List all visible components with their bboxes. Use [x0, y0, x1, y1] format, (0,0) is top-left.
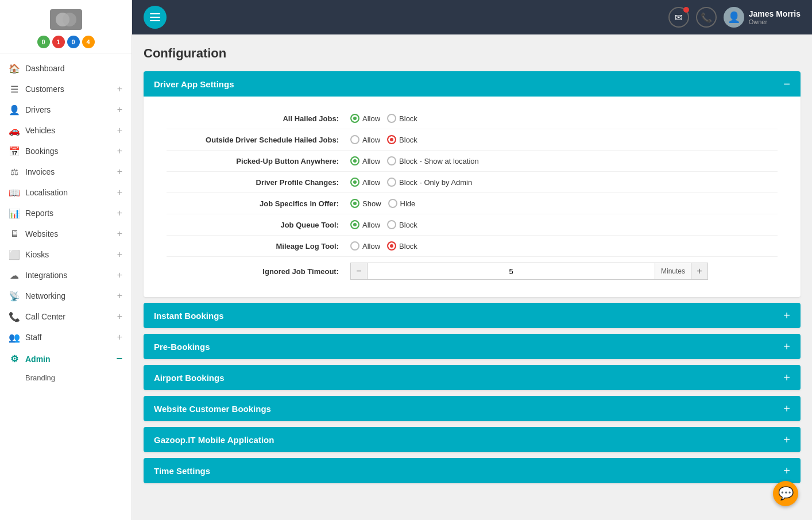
timeout-input[interactable] — [368, 263, 655, 280]
mileage-log-options: Allow Block — [350, 241, 417, 251]
expand-icon: + — [117, 105, 122, 115]
sidebar-item-admin[interactable]: ⚙ Admin − — [0, 348, 132, 370]
instant-bookings-header[interactable]: Instant Bookings + — [144, 303, 801, 328]
kiosk-icon: ⬜ — [9, 249, 20, 260]
block-radio[interactable]: Block — [387, 114, 417, 123]
pickup-button-options: Allow Block - Show at location — [350, 156, 479, 165]
sidebar-item-websites[interactable]: 🖥 Websites + — [0, 224, 132, 244]
sidebar-item-reports[interactable]: 📊 Reports + — [0, 203, 132, 224]
invoice-icon: ⚖ — [9, 167, 20, 177]
block-radio[interactable]: Block — [387, 220, 417, 229]
radio-circle-block — [387, 241, 396, 251]
sidebar-item-label: Invoices — [25, 167, 55, 176]
sidebar-item-drivers[interactable]: 👤 Drivers + — [0, 99, 132, 120]
pre-bookings-title: Pre-Bookings — [154, 342, 210, 352]
phone-button[interactable]: 📞 — [696, 7, 717, 28]
expand-icon: + — [117, 249, 122, 260]
ignored-timeout-options: − Minutes + — [350, 263, 708, 280]
hide-label: Hide — [400, 199, 416, 208]
driver-app-settings-title: Driver App Settings — [154, 79, 234, 89]
airport-bookings-card: Airport Bookings + — [144, 365, 801, 390]
sidebar-item-staff[interactable]: 👥 Staff + — [0, 327, 132, 348]
user-info: 👤 James Morris Owner — [724, 7, 801, 28]
cloud-icon: ☁ — [9, 270, 20, 280]
sidebar-item-invoices[interactable]: ⚖ Invoices + — [0, 161, 132, 182]
setting-profile-changes: Driver Profile Changes: Allow Block - On… — [167, 172, 778, 193]
allow-label: Allow — [362, 221, 380, 229]
time-settings-header[interactable]: Time Settings + — [144, 458, 801, 483]
airport-bookings-title: Airport Bookings — [154, 373, 225, 383]
expand-icon: + — [117, 332, 122, 342]
allow-radio[interactable]: Allow — [350, 220, 380, 229]
sidebar-item-kiosks[interactable]: ⬜ Kiosks + — [0, 244, 132, 265]
sidebar-item-customers[interactable]: ☰ Customers + — [0, 79, 132, 99]
pre-bookings-header[interactable]: Pre-Bookings + — [144, 334, 801, 359]
expand-icon: + — [117, 311, 122, 322]
block-radio[interactable]: Block — [387, 241, 417, 251]
sidebar-item-label: Customers — [25, 84, 64, 94]
sidebar-item-vehicles[interactable]: 🚗 Vehicles + — [0, 120, 132, 141]
airport-bookings-header[interactable]: Airport Bookings + — [144, 365, 801, 390]
expand-toggle-icon: + — [783, 465, 790, 476]
block-radio[interactable]: Block — [387, 135, 417, 144]
radio-circle-allow — [350, 135, 359, 144]
chat-bubble-button[interactable]: 💬 — [773, 481, 798, 506]
allow-radio[interactable]: Allow — [350, 135, 380, 144]
sidebar-item-bookings[interactable]: 📅 Bookings + — [0, 141, 132, 161]
increment-button[interactable]: + — [691, 263, 708, 280]
badge-2: 0 — [67, 36, 80, 48]
gazoop-mobile-header[interactable]: Gazoop.IT Mobile Application + — [144, 427, 801, 452]
driver-app-settings-header[interactable]: Driver App Settings − — [144, 71, 801, 97]
block-radio[interactable]: Block - Only by Admin — [387, 178, 472, 187]
email-icon: ✉ — [675, 12, 682, 23]
block-label: Block - Show at location — [399, 157, 479, 165]
allow-radio[interactable]: Allow — [350, 178, 380, 187]
hamburger-button[interactable] — [144, 6, 167, 29]
website-customer-bookings-header[interactable]: Website Customer Bookings + — [144, 396, 801, 421]
sidebar: 0 1 0 4 🏠 Dashboard ☰ Customers + 👤 Driv… — [0, 0, 132, 520]
allow-label: Allow — [362, 136, 380, 144]
setting-pickup-button: Picked-Up Button Anywhere: Allow Block -… — [167, 151, 778, 172]
svg-point-1 — [63, 13, 76, 26]
driver-app-settings-body: All Hailed Jobs: Allow Block O — [144, 97, 801, 297]
radio-circle-block — [387, 156, 396, 165]
badge-1: 1 — [52, 36, 65, 48]
show-radio[interactable]: Show — [350, 199, 381, 208]
radio-circle-block — [387, 114, 396, 123]
avatar: 👤 — [724, 7, 744, 28]
sidebar-item-label: Websites — [25, 229, 58, 238]
sidebar-item-integrations[interactable]: ☁ Integrations + — [0, 265, 132, 286]
topbar: ✉ 📞 👤 James Morris Owner — [132, 0, 812, 34]
block-label: Block — [399, 221, 417, 229]
expand-toggle-icon: + — [783, 310, 790, 321]
radio-circle-allow — [350, 241, 359, 251]
home-icon: 🏠 — [9, 63, 20, 74]
gazoop-mobile-title: Gazoop.IT Mobile Application — [154, 435, 274, 445]
allow-radio[interactable]: Allow — [350, 156, 380, 165]
allow-radio[interactable]: Allow — [350, 241, 380, 251]
hide-radio[interactable]: Hide — [388, 199, 416, 208]
sidebar-item-label: Kiosks — [25, 250, 49, 259]
calendar-icon: 📅 — [9, 146, 20, 156]
sidebar-item-dashboard[interactable]: 🏠 Dashboard — [0, 58, 132, 79]
user-details: James Morris Owner — [749, 9, 801, 25]
sidebar-item-callcenter[interactable]: 📞 Call Center + — [0, 306, 132, 327]
list-icon: ☰ — [9, 84, 20, 94]
sidebar-sub-branding[interactable]: Branding — [0, 370, 132, 386]
sidebar-item-networking[interactable]: 📡 Networking + — [0, 286, 132, 306]
expand-icon: + — [117, 84, 122, 94]
show-label: Show — [362, 199, 381, 208]
mileage-log-label: Mileage Log Tool: — [167, 242, 350, 251]
block-radio[interactable]: Block - Show at location — [387, 156, 479, 165]
website-customer-bookings-card: Website Customer Bookings + — [144, 396, 801, 421]
sidebar-item-localisation[interactable]: 📖 Localisation + — [0, 182, 132, 203]
driver-app-settings-card: Driver App Settings − All Hailed Jobs: A… — [144, 71, 801, 297]
time-settings-title: Time Settings — [154, 466, 210, 476]
gear-icon: ⚙ — [9, 354, 20, 364]
allow-radio[interactable]: Allow — [350, 114, 380, 123]
email-button[interactable]: ✉ — [668, 7, 689, 28]
expand-icon: + — [117, 167, 122, 177]
decrement-button[interactable]: − — [350, 263, 368, 280]
user-role: Owner — [749, 18, 801, 25]
monitor-icon: 🖥 — [9, 229, 20, 239]
